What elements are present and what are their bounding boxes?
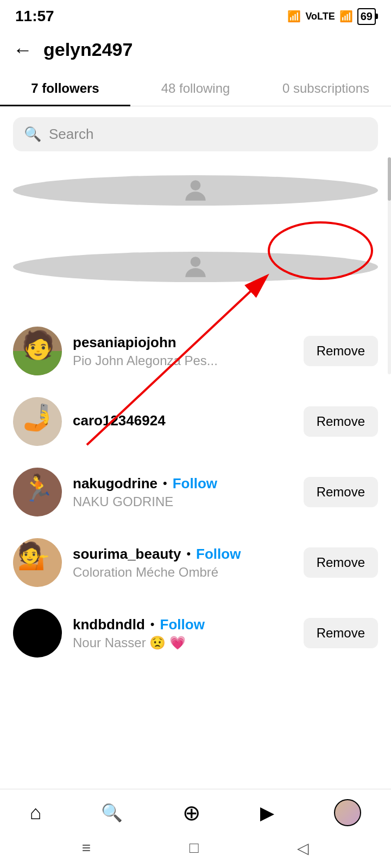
header: ← gelyn2497 (0, 30, 391, 71)
username-row: nakugodrine • Follow (73, 475, 293, 492)
cell-signal-icon: 📶 (339, 10, 353, 23)
wifi-icon: 📶 (287, 10, 301, 23)
search-nav-icon: 🔍 (101, 802, 123, 823)
svg-point-0 (191, 180, 201, 190)
list-item: pesaniapiojohn Pio John Alegonza Pes... … (0, 316, 391, 386)
username[interactable]: pesaniapiojohn (73, 334, 176, 351)
username[interactable]: caro12346924 (73, 412, 166, 429)
display-name: Nour Nasser 😟 💗 (73, 635, 293, 650)
search-icon: 🔍 (24, 126, 41, 143)
back-button[interactable]: ← (13, 40, 33, 60)
tab-subscriptions[interactable]: 0 subscriptions (261, 71, 391, 106)
gesture-bar: ≡ □ ◁ (0, 832, 391, 868)
home-gesture-icon: □ (190, 839, 199, 857)
follow-button[interactable]: Follow (160, 616, 205, 633)
display-name: Pio John Alegonza Pes... (73, 353, 293, 368)
username[interactable]: sourima_beauty (73, 546, 181, 563)
list-item: kndbdndld • Follow Nour Nasser 😟 💗 Remov… (0, 598, 391, 668)
username[interactable]: kndbdndld (73, 616, 145, 633)
follower-list: gelyn2024 Gelyn Remove love_101821 • Fol… (0, 162, 391, 668)
bottom-navigation: ⌂ 🔍 ⊕ ▶ ≡ □ ◁ (0, 789, 391, 868)
remove-button[interactable]: Remove (304, 547, 378, 578)
user-silhouette-icon (180, 252, 211, 282)
remove-button[interactable]: Remove (304, 406, 378, 437)
nav-item-search[interactable]: 🔍 (101, 802, 123, 823)
username-row: kndbdndld • Follow (73, 616, 293, 633)
list-item: love_101821 • Follow love Remove (0, 218, 391, 316)
back-gesture-icon: ◁ (297, 839, 309, 857)
follow-button[interactable]: Follow (173, 475, 217, 492)
tab-following[interactable]: 48 following (130, 71, 261, 106)
search-bar[interactable]: 🔍 Search (13, 117, 378, 151)
nav-item-home[interactable]: ⌂ (30, 801, 42, 824)
page-title: gelyn2497 (43, 39, 133, 60)
user-info: sourima_beauty • Follow Coloration Méche… (73, 546, 293, 580)
battery-icon: 69 (357, 8, 376, 25)
avatar (13, 468, 62, 516)
status-time: 11:57 (15, 8, 54, 25)
avatar (13, 397, 62, 446)
search-input[interactable]: Search (49, 126, 93, 143)
user-info: nakugodrine • Follow NAKU GODRINE (73, 475, 293, 509)
follow-button[interactable]: Follow (196, 546, 241, 563)
profile-avatar (334, 799, 361, 826)
username-row: sourima_beauty • Follow (73, 546, 293, 563)
tab-followers[interactable]: 7 followers (0, 71, 130, 106)
avatar (13, 175, 378, 206)
avatar (13, 252, 378, 282)
list-item: caro12346924 Remove (0, 386, 391, 457)
svg-point-1 (191, 257, 201, 267)
avatar (13, 538, 62, 587)
tabs-container: 7 followers 48 following 0 subscriptions (0, 71, 391, 106)
username-row: pesaniapiojohn (73, 334, 293, 351)
user-info: pesaniapiojohn Pio John Alegonza Pes... (73, 334, 293, 368)
signal-icon: VoLTE (305, 11, 335, 22)
nav-item-create[interactable]: ⊕ (182, 800, 201, 825)
nav-item-reels[interactable]: ▶ (260, 802, 274, 824)
display-name: NAKU GODRINE (73, 494, 293, 509)
list-item: gelyn2024 Gelyn Remove (0, 162, 391, 218)
username-row: caro12346924 (73, 412, 293, 429)
nav-item-profile[interactable] (334, 799, 361, 826)
user-info: kndbdndld • Follow Nour Nasser 😟 💗 (73, 616, 293, 650)
status-icons: 📶 VoLTE 📶 69 (287, 8, 376, 25)
search-container: 🔍 Search (0, 106, 391, 162)
home-icon: ⌂ (30, 801, 42, 824)
menu-gesture-icon: ≡ (82, 839, 91, 857)
scrollbar-thumb[interactable] (388, 157, 391, 201)
nav-items: ⌂ 🔍 ⊕ ▶ (0, 789, 391, 832)
scrollbar-track[interactable] (388, 157, 391, 374)
status-bar: 11:57 📶 VoLTE 📶 69 (0, 0, 391, 30)
avatar (13, 327, 62, 375)
reels-icon: ▶ (260, 802, 274, 824)
remove-button[interactable]: Remove (304, 336, 378, 366)
dot-separator: • (150, 617, 155, 631)
username[interactable]: nakugodrine (73, 475, 157, 492)
remove-button[interactable]: Remove (304, 477, 378, 507)
user-info: caro12346924 (73, 412, 293, 431)
list-item: sourima_beauty • Follow Coloration Méche… (0, 527, 391, 598)
avatar (13, 609, 62, 658)
display-name: Coloration Méche Ombré (73, 565, 293, 580)
dot-separator: • (186, 547, 191, 561)
create-icon: ⊕ (182, 800, 201, 825)
list-item: nakugodrine • Follow NAKU GODRINE Remove (0, 457, 391, 527)
dot-separator: • (163, 476, 167, 490)
remove-button[interactable]: Remove (304, 618, 378, 648)
user-silhouette-icon (180, 175, 211, 206)
